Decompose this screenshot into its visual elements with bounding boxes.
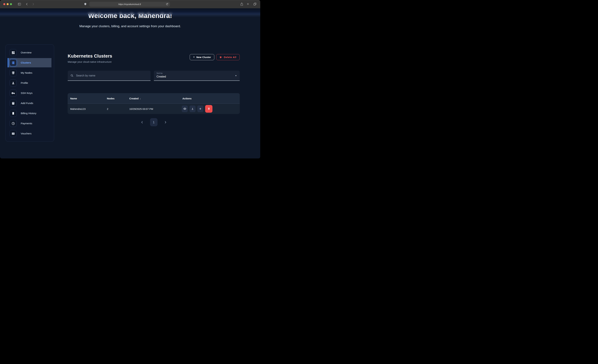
sidebar-item-label: Payments <box>21 122 32 125</box>
zoom-window-button[interactable] <box>10 3 12 5</box>
delete-icon <box>207 107 210 110</box>
chevron-down-icon: ▼ <box>235 75 237 77</box>
sidebar-item-label: Overview <box>21 51 32 54</box>
tabs-overview-icon[interactable] <box>253 2 257 6</box>
sort-vertical-icon: ↕ <box>140 97 141 100</box>
clock-icon <box>10 120 17 127</box>
column-name: Name <box>70 97 77 100</box>
clusters-table: Name Nodes Created↕ Actions Mahendra123 … <box>68 93 240 114</box>
sidebar-item-add-funds[interactable]: Add Funds <box>9 100 51 107</box>
sidebar-item-label: Add Funds <box>21 102 33 105</box>
table-row: Mahendra123 2 10/29/2025 03:07 PM + <box>68 104 240 114</box>
page-content: Welcome back, Mahendra! Welcome back, Ma… <box>0 8 260 158</box>
column-nodes: Nodes <box>107 97 115 100</box>
chevron-right-icon[interactable] <box>164 121 167 124</box>
sidebar-item-label: My Nodes <box>21 71 32 74</box>
delete-all-button[interactable]: Delete All <box>216 54 240 60</box>
clusters-icon <box>10 59 17 66</box>
browser-window: https://myceliumcloud.tf + <box>0 0 260 158</box>
plus-icon: + <box>193 55 195 59</box>
sidebar-item-profile[interactable]: Profile <box>9 79 51 86</box>
column-created[interactable]: Created↕ <box>129 97 141 100</box>
dashboard-icon <box>10 49 17 56</box>
address-bar[interactable]: https://myceliumcloud.tf <box>89 2 170 7</box>
download-icon <box>191 107 194 110</box>
new-tab-icon[interactable]: + <box>247 2 249 6</box>
column-actions: Actions <box>183 97 191 100</box>
forward-icon[interactable] <box>32 2 35 6</box>
sidebar-item-overview[interactable]: Overview <box>9 49 51 56</box>
reload-icon[interactable] <box>166 2 169 6</box>
header-actions: + New Cluster Delete All <box>190 54 240 60</box>
sidebar-item-label: SSH Keys <box>21 91 33 95</box>
nodes-icon <box>10 69 17 76</box>
browser-toolbar: https://myceliumcloud.tf + <box>0 0 260 8</box>
voucher-icon <box>10 130 17 137</box>
close-window-button[interactable] <box>3 3 5 5</box>
download-kubeconfig-button[interactable] <box>190 106 196 112</box>
share-icon[interactable] <box>240 2 243 6</box>
section-heading: Kubernetes Clusters Manage your cloud-na… <box>68 54 112 63</box>
wallet-icon <box>10 100 17 107</box>
pagination: 1 <box>68 118 240 126</box>
address-url: https://myceliumcloud.tf <box>118 3 141 6</box>
shield-icon[interactable] <box>84 2 87 6</box>
dashboard-sidebar: Overview Clusters <box>6 44 54 141</box>
sidebar-item-payments[interactable]: Payments <box>9 120 51 127</box>
new-cluster-button[interactable]: + New Cluster <box>190 54 214 60</box>
welcome-subtitle: Manage your clusters, billing, and accou… <box>0 25 260 28</box>
sidebar-item-label: Billing History <box>21 112 36 115</box>
add-node-button[interactable]: + <box>197 106 203 112</box>
page-title: Kubernetes Clusters <box>68 54 112 59</box>
sort-by-value: Created <box>157 75 237 78</box>
sidebar-item-label: Profile <box>21 82 28 84</box>
chevron-left-icon[interactable] <box>141 121 144 124</box>
view-icon <box>183 107 186 110</box>
key-icon <box>10 90 17 97</box>
page-subtitle: Manage your cloud-native infrastructure <box>68 60 112 63</box>
sidebar-item-ssh-keys[interactable]: SSH Keys <box>9 90 51 97</box>
trash-sweep-icon <box>220 56 222 58</box>
sidebar-toggle-icon[interactable] <box>17 2 21 6</box>
sidebar-item-label: Vouchers <box>21 132 32 135</box>
page-number-button[interactable]: 1 <box>150 118 158 126</box>
sidebar-item-label: Clusters <box>21 61 31 64</box>
hero-title-blur: Welcome back, Mahendra! <box>0 12 260 14</box>
cluster-created: 10/29/2025 03:07 PM <box>129 107 153 110</box>
minimize-window-button[interactable] <box>7 3 9 5</box>
search-icon <box>70 74 74 77</box>
sidebar-item-clusters[interactable]: Clusters <box>9 59 51 66</box>
delete-cluster-button[interactable] <box>205 105 212 113</box>
back-icon[interactable] <box>25 2 29 6</box>
sidebar-item-billing-history[interactable]: Billing History <box>9 110 51 117</box>
hero-section: Welcome back, Mahendra! Welcome back, Ma… <box>0 8 260 28</box>
row-actions: + <box>182 105 212 113</box>
sort-by-select[interactable]: Sort by Created ▼ <box>154 71 240 81</box>
receipt-icon <box>10 110 17 117</box>
top-glow <box>0 14 260 17</box>
search-input[interactable] <box>76 74 148 77</box>
sidebar-item-vouchers[interactable]: Vouchers <box>9 130 51 137</box>
sort-by-label: Sort by <box>157 72 237 74</box>
active-indicator-bar <box>8 58 8 67</box>
profile-icon <box>10 79 17 86</box>
search-field[interactable] <box>68 71 150 81</box>
sidebar-item-my-nodes[interactable]: My Nodes <box>9 69 51 76</box>
cluster-nodes: 2 <box>107 107 108 110</box>
plus-icon: + <box>199 107 201 111</box>
table-header: Name Nodes Created↕ Actions <box>68 93 240 104</box>
view-cluster-button[interactable] <box>182 106 188 112</box>
top-blur-strip: Welcome back, Mahendra! <box>0 8 260 14</box>
cluster-name: Mahendra123 <box>70 107 86 110</box>
